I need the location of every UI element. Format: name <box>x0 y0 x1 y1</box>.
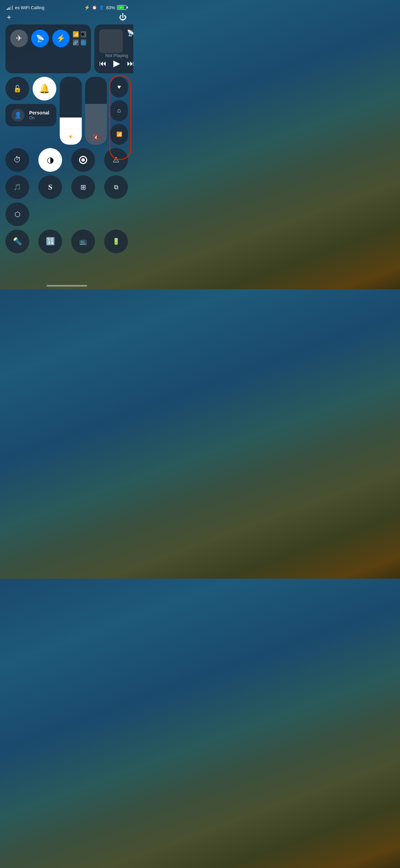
fast-forward-button[interactable]: ⏭ <box>127 59 133 68</box>
airplane-icon: ✈ <box>16 34 22 43</box>
signal-bar-1 <box>7 8 8 10</box>
sound-analysis-icon: 🎵 <box>14 183 21 191</box>
controls-left: 🔓 🔔 👤 Personal On <box>5 77 56 145</box>
rewind-button[interactable]: ⏮ <box>99 59 107 68</box>
add-button[interactable]: + <box>7 13 11 22</box>
home-indicator <box>46 285 87 287</box>
volume-icon: 🔇 <box>93 134 99 141</box>
battery-button[interactable]: 🔋 <box>104 230 128 253</box>
side-panel: ♥ ⌂ 📶 <box>110 77 128 145</box>
heart-icon: ♥ <box>117 84 121 91</box>
brightness-slider[interactable]: ☀ <box>60 77 82 145</box>
action-row: ⏱ ◑ ⚠ <box>5 148 128 172</box>
status-bar: es WiFi Calling ⚡ ⏰ 👤 83% ⚡ <box>0 0 133 13</box>
home-button[interactable]: ⌂ <box>110 100 128 121</box>
remote-button[interactable]: 📺 <box>71 230 95 253</box>
rotation-lock-button[interactable]: 🔓 <box>5 77 29 101</box>
rotation-lock-icon: 🔓 <box>13 85 22 93</box>
screen-mirror-button[interactable]: ⧉ <box>104 175 128 199</box>
report-icon: ⚠ <box>113 156 119 164</box>
personal-hotspot-toggle[interactable]: 📡 <box>31 30 49 47</box>
timer-icon: ⏱ <box>14 156 21 164</box>
single-row: ⬡ <box>5 202 128 226</box>
bottom-row: 🔦 🔢 📺 🔋 <box>5 230 128 253</box>
vpn-icon: 🌐 <box>81 40 86 45</box>
wifi-button[interactable]: ⚡ <box>52 30 70 47</box>
favorites-button[interactable]: ♥ <box>110 77 128 97</box>
rotation-silent-row: 🔓 🔔 <box>5 77 56 101</box>
scanner-button[interactable]: ⬡ <box>5 202 29 226</box>
airplane-mode-button[interactable]: ✈ <box>10 30 28 47</box>
signal-bars <box>7 5 13 10</box>
wifi-status-icon: ⚡ <box>84 5 90 10</box>
airplay-icon[interactable]: 📡 <box>127 29 133 37</box>
airdrop-button[interactable]: 🔗 <box>73 39 79 46</box>
hotspot-text: Personal On <box>29 110 49 120</box>
brightness-icon: ☀ <box>68 133 73 141</box>
control-center: ✈ 📡 ⚡ 📶 ✱ 🔗 <box>0 24 133 253</box>
personal-hotspot-button[interactable]: 👤 Personal On <box>5 104 56 126</box>
signal-bar-2 <box>8 7 9 10</box>
user-status-icon: 👤 <box>99 5 104 10</box>
sound-analysis-button[interactable]: 🎵 <box>5 175 29 199</box>
cellular-icon: 📶 <box>73 32 79 37</box>
connectivity-panel: ✈ 📡 ⚡ 📶 ✱ 🔗 <box>5 24 91 73</box>
wifi-icon: ⚡ <box>56 34 65 43</box>
wifi-calling-button[interactable]: 📶 <box>110 124 128 145</box>
hotspot-avatar-icon: 👤 <box>12 109 24 122</box>
flashlight-icon: 🔦 <box>13 237 22 246</box>
timer-button[interactable]: ⏱ <box>5 148 29 172</box>
now-playing-panel: 📡 Not Playing ⏮ ▶ ⏭ <box>94 24 133 73</box>
sliders: ☀ 🔇 <box>60 77 107 145</box>
alarm-icon: ⏰ <box>92 5 97 10</box>
screen-record-button[interactable] <box>71 148 95 172</box>
bluetooth-icon: ✱ <box>81 32 85 37</box>
row-connectivity-nowplaying: ✈ 📡 ⚡ 📶 ✱ 🔗 <box>5 24 128 73</box>
qr-code-icon: ⊞ <box>80 183 86 191</box>
status-left: es WiFi Calling <box>7 5 44 10</box>
album-art <box>99 29 123 53</box>
screen-mirror-icon: ⧉ <box>114 184 118 191</box>
carrier-text: es WiFi Calling <box>15 5 44 10</box>
hotspot-status: On <box>29 115 49 120</box>
cellular-button[interactable]: 📶 <box>73 31 79 37</box>
power-button[interactable]: ⏻ <box>119 13 127 22</box>
battery-percent: 83% <box>106 5 115 10</box>
flashlight-button[interactable]: 🔦 <box>5 230 29 253</box>
battery-fill: ⚡ <box>118 6 124 9</box>
battery-status-icon: 🔋 <box>112 238 120 245</box>
vpn-button[interactable]: 🌐 <box>81 39 86 46</box>
remote-icon: 📺 <box>79 238 87 245</box>
qr-code-button[interactable]: ⊞ <box>71 175 95 199</box>
wifi-calling-icon: 📶 <box>116 131 122 137</box>
person-icon: 👤 <box>14 111 22 119</box>
airdrop-icon: 🔗 <box>73 40 78 45</box>
shazam-icon: S <box>48 183 52 192</box>
hotspot-icon: 📡 <box>36 34 44 42</box>
status-right: ⚡ ⏰ 👤 83% ⚡ <box>84 5 127 10</box>
play-button[interactable]: ▶ <box>113 58 120 69</box>
dark-mode-button[interactable]: ◑ <box>38 148 62 172</box>
battery-icon: ⚡ <box>117 5 127 10</box>
row-controls: 🔓 🔔 👤 Personal On ☀ <box>5 77 128 145</box>
calculator-icon: 🔢 <box>46 237 55 246</box>
report-button[interactable]: ⚠ <box>104 148 128 172</box>
brightness-fill <box>60 117 82 145</box>
calculator-button[interactable]: 🔢 <box>38 230 62 253</box>
home-icon: ⌂ <box>117 107 121 114</box>
silent-mode-button[interactable]: 🔔 <box>33 77 56 101</box>
hotspot-title: Personal <box>29 110 49 115</box>
not-playing-label: Not Playing <box>106 53 128 58</box>
silent-bell-icon: 🔔 <box>39 84 50 94</box>
record-icon <box>79 156 87 164</box>
top-buttons: + ⏻ <box>0 13 133 22</box>
scanner-icon: ⬡ <box>15 210 20 218</box>
bluetooth-button[interactable]: ✱ <box>81 31 86 37</box>
media-controls: ⏮ ▶ ⏭ <box>99 58 133 69</box>
volume-slider[interactable]: 🔇 <box>85 77 107 145</box>
more-row: 🎵 S ⊞ ⧉ <box>5 175 128 199</box>
shazam-button[interactable]: S <box>38 175 62 199</box>
dark-mode-icon: ◑ <box>47 155 54 165</box>
signal-bar-4 <box>12 5 13 10</box>
signal-bar-3 <box>10 6 11 10</box>
